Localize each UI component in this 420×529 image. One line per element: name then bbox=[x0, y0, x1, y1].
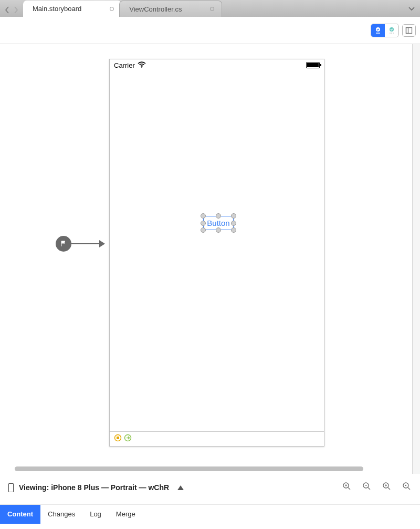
tab-label: Main.storyboard bbox=[33, 5, 81, 13]
trait-variation-bar: Viewing: iPhone 8 Plus — Portrait — wChR bbox=[0, 476, 420, 499]
auto-layout-off-button[interactable] bbox=[385, 24, 398, 37]
auto-layout-toggle-group bbox=[371, 24, 399, 37]
document-outline-button[interactable] bbox=[402, 24, 416, 37]
svg-rect-6 bbox=[117, 437, 119, 439]
viewing-prefix: Viewing: bbox=[19, 483, 49, 492]
scene-dock[interactable] bbox=[110, 431, 324, 446]
svg-rect-3 bbox=[406, 27, 408, 33]
arrow-line bbox=[71, 243, 100, 244]
svg-point-4 bbox=[141, 66, 142, 67]
button-label: Button bbox=[207, 219, 229, 227]
nav-back-icon[interactable] bbox=[4, 6, 10, 14]
arrow-head-icon bbox=[99, 240, 105, 247]
zoom-in-icon[interactable] bbox=[382, 482, 392, 493]
resize-handle[interactable] bbox=[231, 221, 236, 226]
svg-rect-2 bbox=[406, 27, 412, 33]
carrier-label: Carrier bbox=[114, 61, 135, 69]
initial-view-controller-arrow[interactable] bbox=[56, 236, 105, 252]
resize-handle[interactable] bbox=[201, 227, 206, 233]
resize-handle[interactable] bbox=[231, 213, 236, 219]
resize-handle[interactable] bbox=[201, 213, 206, 219]
storyboard-canvas[interactable]: Carrier Button bbox=[0, 44, 420, 474]
resize-handle[interactable] bbox=[216, 213, 221, 219]
nav-forward-icon[interactable] bbox=[13, 6, 19, 14]
zoom-out-icon[interactable] bbox=[362, 482, 372, 493]
tab-label: ViewController.cs bbox=[129, 5, 182, 13]
wifi-icon bbox=[138, 61, 146, 69]
viewing-size-class: wChR bbox=[148, 483, 169, 492]
view-controller-icon[interactable] bbox=[114, 434, 122, 444]
tab-close-icon[interactable] bbox=[210, 7, 214, 11]
resize-handle[interactable] bbox=[201, 221, 206, 226]
horizontal-scrollbar-track[interactable] bbox=[0, 466, 412, 474]
tab-overflow-icon[interactable] bbox=[408, 4, 415, 14]
bottom-tab-content[interactable]: Content bbox=[0, 505, 40, 524]
viewing-orientation: Portrait bbox=[111, 483, 137, 492]
bottom-tab-bar: Content Changes Log Merge bbox=[0, 504, 420, 523]
bottom-tab-merge[interactable]: Merge bbox=[109, 505, 143, 524]
status-bar: Carrier bbox=[110, 59, 324, 71]
tab-viewcontroller[interactable]: ViewController.cs bbox=[119, 1, 222, 17]
flag-icon bbox=[56, 236, 71, 252]
viewing-device: iPhone 8 Plus bbox=[51, 483, 99, 492]
first-responder-icon[interactable] bbox=[124, 434, 132, 444]
resize-handle[interactable] bbox=[216, 227, 221, 233]
svg-point-12 bbox=[405, 485, 406, 486]
tab-main-storyboard[interactable]: Main.storyboard bbox=[23, 1, 121, 17]
horizontal-scrollbar-thumb[interactable] bbox=[15, 466, 363, 471]
right-ruler bbox=[412, 44, 413, 474]
editor-toolbar bbox=[0, 17, 420, 44]
tab-close-icon[interactable] bbox=[110, 7, 114, 11]
device-icon bbox=[8, 483, 14, 492]
zoom-actual-icon[interactable] bbox=[402, 482, 412, 493]
resize-handle[interactable] bbox=[231, 227, 236, 233]
selected-ui-button[interactable]: Button bbox=[203, 216, 234, 230]
bottom-tab-log[interactable]: Log bbox=[82, 505, 109, 524]
device-selector[interactable]: Viewing: iPhone 8 Plus — Portrait — wChR bbox=[8, 483, 184, 492]
tab-bar: Main.storyboard ViewController.cs bbox=[0, 0, 420, 17]
expand-traits-icon[interactable] bbox=[177, 485, 184, 490]
zoom-fit-icon[interactable] bbox=[342, 482, 352, 493]
canvas-inner: Carrier Button bbox=[0, 44, 412, 474]
battery-icon bbox=[306, 62, 320, 68]
auto-layout-on-button[interactable] bbox=[371, 24, 385, 37]
bottom-tab-changes[interactable]: Changes bbox=[40, 505, 82, 524]
view-controller-scene[interactable]: Carrier Button bbox=[109, 59, 324, 447]
